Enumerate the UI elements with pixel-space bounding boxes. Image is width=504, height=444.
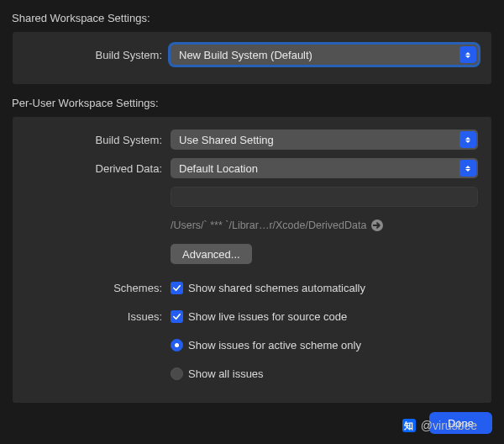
peruser-section-title: Per-User Workspace Settings: xyxy=(12,97,492,109)
chevron-updown-icon xyxy=(459,46,476,63)
reveal-in-finder-icon[interactable] xyxy=(371,219,383,231)
schemes-checkbox[interactable] xyxy=(171,282,183,294)
issues-live-label: Show live issues for source code xyxy=(188,310,347,323)
advanced-button[interactable]: Advanced... xyxy=(171,244,252,264)
derived-data-label: Derived Data: xyxy=(26,162,171,175)
schemes-label: Schemes: xyxy=(26,282,171,294)
shared-panel: Build System: New Build System (Default) xyxy=(12,31,492,85)
shared-build-system-select[interactable]: New Build System (Default) xyxy=(171,45,478,65)
derived-data-path-field xyxy=(171,187,478,207)
shared-section-title: Shared Workspace Settings: xyxy=(12,12,492,24)
derived-data-select[interactable]: Default Location xyxy=(171,158,478,178)
issues-live-checkbox[interactable] xyxy=(171,310,183,323)
peruser-build-system-select[interactable]: Use Shared Setting xyxy=(171,130,478,150)
chevron-updown-icon xyxy=(459,131,476,148)
shared-build-system-value: New Build System (Default) xyxy=(179,49,312,61)
issues-active-scheme-radio[interactable] xyxy=(171,339,183,352)
peruser-build-system-label: Build System: xyxy=(26,134,171,146)
peruser-panel: Build System: Use Shared Setting Derived… xyxy=(12,116,492,404)
schemes-checkbox-label: Show shared schemes automatically xyxy=(188,282,365,294)
issues-active-scheme-label: Show issues for active scheme only xyxy=(188,339,361,352)
done-button[interactable]: Done xyxy=(429,412,492,434)
issues-label: Issues: xyxy=(26,310,171,323)
issues-show-all-label: Show all issues xyxy=(188,367,264,380)
shared-build-system-label: Build System: xyxy=(26,49,171,61)
footer: Done xyxy=(12,412,492,434)
chevron-updown-icon xyxy=(459,160,476,177)
derived-data-value: Default Location xyxy=(179,162,258,175)
peruser-build-system-value: Use Shared Setting xyxy=(179,134,274,146)
derived-data-path-text: /Users/` *** `/Librar…r/Xcode/DerivedDat… xyxy=(171,219,366,231)
advanced-button-label: Advanced... xyxy=(182,248,240,261)
done-button-label: Done xyxy=(448,417,474,430)
issues-show-all-radio[interactable] xyxy=(171,367,183,380)
